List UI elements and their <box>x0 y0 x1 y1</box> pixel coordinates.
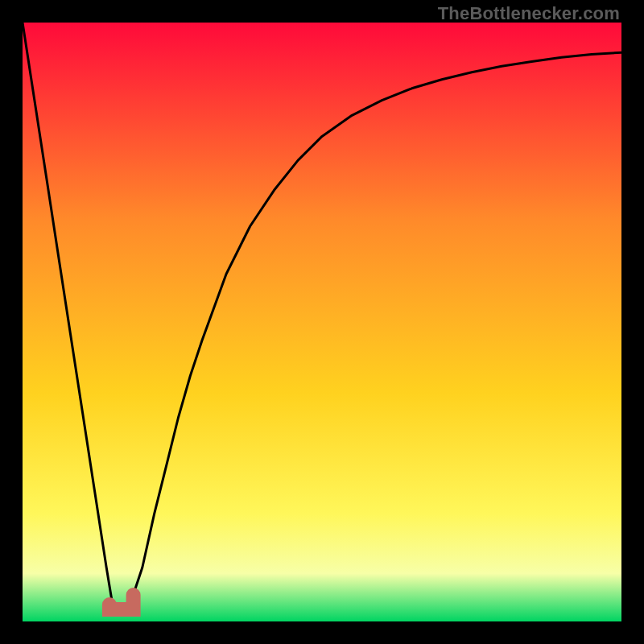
watermark-text: TheBottlenecker.com <box>438 3 620 24</box>
plot-frame <box>23 23 621 621</box>
severity-gradient <box>23 23 621 621</box>
bottleneck-plot <box>23 23 621 621</box>
